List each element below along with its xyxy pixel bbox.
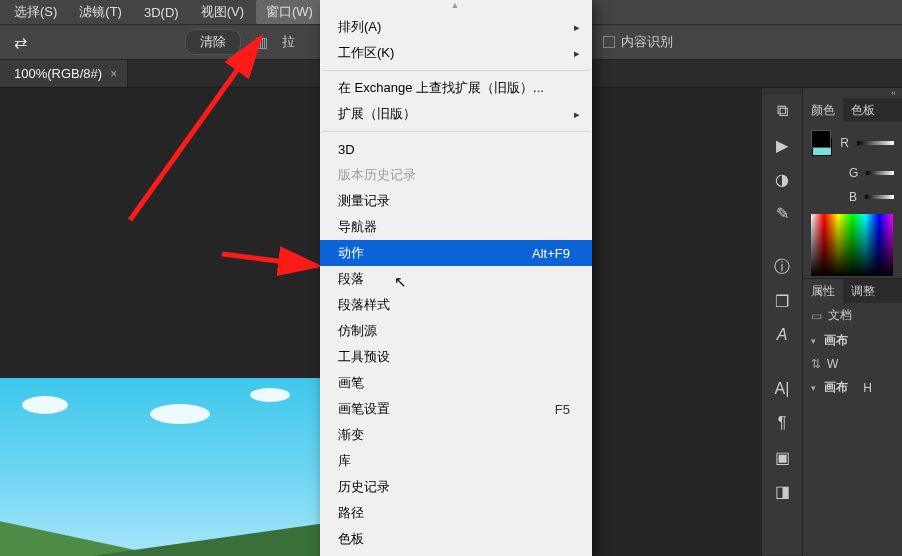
menu-item-measurement-log[interactable]: 测量记录 bbox=[320, 188, 592, 214]
menu-item-paths[interactable]: 路径 bbox=[320, 500, 592, 526]
menu-item-clone-source[interactable]: 仿制源 bbox=[320, 318, 592, 344]
image-content bbox=[22, 396, 68, 414]
window-menu-dropdown: ▲ 排列(A) 工作区(K) 在 Exchange 上查找扩展（旧版）... 扩… bbox=[320, 0, 592, 556]
paragraph-panel-icon[interactable]: ¶ bbox=[769, 413, 795, 433]
menu-view[interactable]: 视图(V) bbox=[191, 0, 254, 24]
svg-line-0 bbox=[130, 38, 260, 220]
color-panel-tabs: 颜色 色板 bbox=[803, 98, 902, 122]
content-aware-checkbox[interactable]: 内容识别 bbox=[603, 33, 673, 51]
character-panel-icon[interactable]: A bbox=[769, 325, 795, 345]
panel-icon-strip: ⧉ ▶ ◑ ✎ ⓘ ❐ A A| ¶ ▣ ◨ bbox=[762, 95, 802, 555]
prop-canvas-header-2[interactable]: ▾ 画布 H bbox=[803, 375, 902, 400]
spectrum-picker[interactable] bbox=[811, 214, 893, 276]
menu-item-paragraph-styles[interactable]: 段落样式 bbox=[320, 292, 592, 318]
clone-source-icon[interactable]: ❐ bbox=[769, 291, 795, 311]
menu-item-find-extensions[interactable]: 在 Exchange 上查找扩展（旧版）... bbox=[320, 75, 592, 101]
menu-item-navigator[interactable]: 导航器 bbox=[320, 214, 592, 240]
fg-color-chip[interactable] bbox=[811, 130, 831, 148]
annotation-arrow bbox=[110, 30, 290, 230]
menu-item-swatches[interactable]: 色板 bbox=[320, 526, 592, 552]
menu-separator bbox=[322, 70, 590, 71]
right-panels: « 颜色 色板 R G B 属性 调整 ▭ 文档 bbox=[802, 88, 902, 556]
actions-panel-icon[interactable]: ▶ bbox=[769, 135, 795, 155]
menu-filter[interactable]: 滤镜(T) bbox=[69, 0, 132, 24]
g-slider[interactable] bbox=[866, 171, 894, 175]
document-icon: ▭ bbox=[811, 309, 822, 323]
menu-item-history[interactable]: 历史记录 bbox=[320, 474, 592, 500]
info-panel-icon[interactable]: ⓘ bbox=[769, 257, 795, 277]
menu-grip-icon[interactable]: ▲ bbox=[320, 0, 592, 14]
g-label: G bbox=[849, 166, 858, 180]
swap-icon[interactable]: ⇄ bbox=[6, 33, 35, 52]
adjustments-panel-icon[interactable]: ◑ bbox=[769, 169, 795, 189]
cursor-icon: ↖ bbox=[394, 273, 407, 291]
tab-swatches[interactable]: 色板 bbox=[843, 98, 883, 122]
link-icon[interactable]: ⇅ bbox=[811, 357, 821, 371]
brush-panel-icon[interactable]: ✎ bbox=[769, 203, 795, 223]
menu-item-arrange[interactable]: 排列(A) bbox=[320, 14, 592, 40]
menu-separator bbox=[322, 131, 590, 132]
menu-select[interactable]: 选择(S) bbox=[4, 0, 67, 24]
menu-item-extensions[interactable]: 扩展（旧版） bbox=[320, 101, 592, 127]
tab-adjustments[interactable]: 调整 bbox=[843, 279, 883, 303]
menu-item-brush-settings[interactable]: 画笔设置 F5 bbox=[320, 396, 592, 422]
document-canvas[interactable] bbox=[0, 378, 320, 556]
menu-window[interactable]: 窗口(W) bbox=[256, 0, 323, 24]
menu-3d[interactable]: 3D(D) bbox=[134, 2, 189, 23]
image-content bbox=[250, 388, 290, 402]
image-content bbox=[0, 502, 320, 556]
history-panel-icon[interactable]: ⧉ bbox=[769, 101, 795, 121]
chevron-down-icon: ▾ bbox=[811, 336, 816, 346]
menu-shortcut: F5 bbox=[555, 402, 570, 417]
annotation-arrow bbox=[218, 244, 328, 284]
align-panel-icon[interactable]: A| bbox=[769, 379, 795, 399]
menu-item-gradients[interactable]: 渐变 bbox=[320, 422, 592, 448]
svg-line-1 bbox=[222, 254, 318, 266]
menu-item-actions[interactable]: 动作 Alt+F9 bbox=[320, 240, 592, 266]
collapse-icon[interactable]: « bbox=[803, 88, 902, 98]
b-label: B bbox=[849, 190, 857, 204]
r-label: R bbox=[840, 136, 849, 150]
channels-panel-icon[interactable]: ◨ bbox=[769, 481, 795, 501]
prop-canvas-header[interactable]: ▾ 画布 bbox=[803, 328, 902, 353]
menu-item-libraries[interactable]: 库 bbox=[320, 448, 592, 474]
menu-item-version-history: 版本历史记录 bbox=[320, 162, 592, 188]
prop-document: ▭ 文档 bbox=[803, 303, 902, 328]
fg-bg-swatches[interactable] bbox=[811, 130, 832, 156]
b-slider[interactable] bbox=[865, 195, 894, 199]
image-content bbox=[150, 404, 210, 424]
checkbox-icon bbox=[603, 36, 615, 48]
prop-width[interactable]: ⇅ W bbox=[803, 353, 902, 375]
menu-shortcut: Alt+F9 bbox=[532, 246, 570, 261]
tab-color[interactable]: 颜色 bbox=[803, 98, 843, 122]
menu-item-paragraph[interactable]: 段落 bbox=[320, 266, 592, 292]
chevron-down-icon: ▾ bbox=[811, 383, 816, 393]
tab-properties[interactable]: 属性 bbox=[803, 279, 843, 303]
color-panel: R G B bbox=[803, 122, 902, 212]
document-tab[interactable]: 100%(RGB/8#) × bbox=[0, 60, 128, 87]
tab-zoom-label: 100%(RGB/8#) bbox=[14, 66, 102, 81]
r-slider[interactable] bbox=[857, 141, 894, 145]
layers-panel-icon[interactable]: ▣ bbox=[769, 447, 795, 467]
properties-panel-tabs: 属性 调整 bbox=[803, 279, 902, 303]
content-aware-label: 内容识别 bbox=[621, 33, 673, 51]
menu-item-brush[interactable]: 画笔 bbox=[320, 370, 592, 396]
menu-item-tool-presets[interactable]: 工具预设 bbox=[320, 344, 592, 370]
menu-item-3d[interactable]: 3D bbox=[320, 136, 592, 162]
menu-item-workspace[interactable]: 工作区(K) bbox=[320, 40, 592, 66]
